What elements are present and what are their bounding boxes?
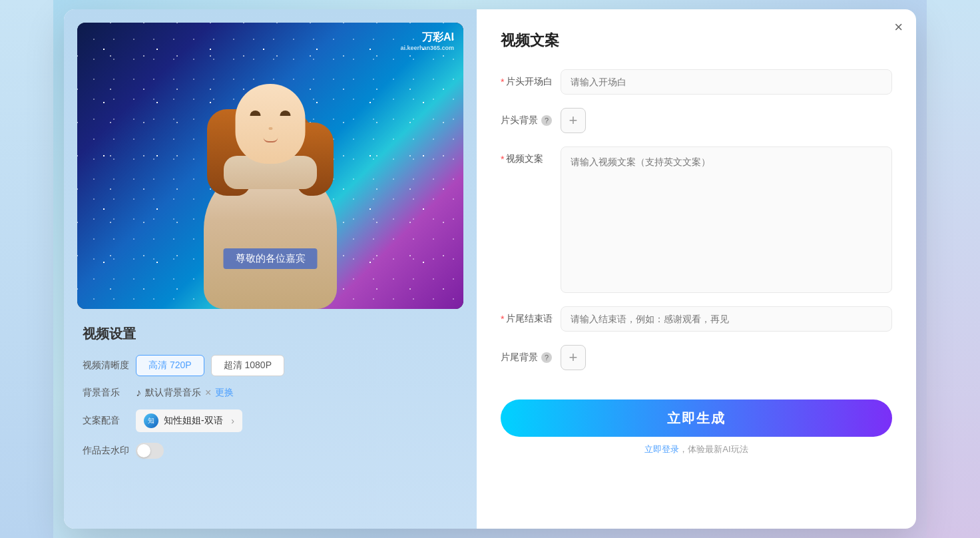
header-bg-row: 片头背景 ? + — [501, 108, 892, 133]
music-name: 默认背景音乐 — [145, 387, 201, 399]
generate-button[interactable]: 立即生成 — [501, 400, 892, 437]
login-link[interactable]: 立即登录 — [644, 444, 679, 454]
copy-label-text: 视频文案 — [506, 153, 543, 165]
watermark-toggle[interactable] — [136, 443, 164, 459]
closing-label-text: 片尾结束语 — [506, 313, 553, 325]
panel-title: 视频文案 — [501, 31, 892, 51]
right-panel: × 视频文案 * 片头开场白 片头背景 ? + — [477, 9, 916, 529]
quality-label: 视频清晰度 — [83, 360, 136, 372]
video-background: 万彩AI ai.keerhan365.com — [77, 23, 463, 309]
watermark-row: 作品去水印 — [83, 443, 458, 459]
music-info: ♪ 默认背景音乐 × 更换 — [136, 387, 234, 399]
footer-bg-row: 片尾背景 ? + — [501, 345, 892, 370]
watermark: 万彩AI ai.keerhan365.com — [400, 31, 454, 51]
footer-bg-label-text: 片尾背景 — [501, 352, 538, 364]
footer-bg-help-icon[interactable]: ? — [541, 352, 552, 363]
music-label: 背景音乐 — [83, 387, 136, 399]
voice-row: 文案配音 知 知性姐姐-双语 › — [83, 409, 458, 432]
closing-label: * 片尾结束语 — [501, 306, 561, 325]
watermark-brand: 万彩AI — [422, 31, 454, 45]
close-button[interactable]: × — [894, 20, 903, 35]
voice-label: 文案配音 — [83, 415, 136, 427]
header-bg-label: 片头背景 ? — [501, 108, 561, 127]
opening-label-text: 片头开场白 — [506, 76, 553, 88]
closing-row: * 片尾结束语 — [501, 306, 892, 332]
watermark-url: ai.keerhan365.com — [400, 45, 454, 51]
opening-required-star: * — [501, 77, 504, 87]
opening-label: * 片头开场白 — [501, 69, 561, 88]
closing-required-star: * — [501, 314, 504, 324]
copy-required-star: * — [501, 154, 504, 164]
quality-720p-button[interactable]: 高清 720P — [136, 355, 204, 376]
music-note-icon: ♪ — [136, 387, 141, 399]
voice-name: 知性姐姐-双语 — [164, 415, 223, 427]
voice-avatar: 知 — [144, 413, 158, 428]
copy-row: * 视频文案 — [501, 146, 892, 293]
music-row: 背景音乐 ♪ 默认背景音乐 × 更换 — [83, 387, 458, 399]
video-preview: 万彩AI ai.keerhan365.com — [77, 23, 463, 309]
opening-row: * 片头开场白 — [501, 69, 892, 95]
quality-1080p-button[interactable]: 超清 1080P — [211, 355, 284, 376]
header-bg-help-icon[interactable]: ? — [541, 115, 552, 126]
quality-row: 视频清晰度 高清 720P 超清 1080P — [83, 355, 458, 376]
footer-bg-add-button[interactable]: + — [561, 345, 586, 370]
login-hint: 立即登录，体验最新AI玩法 — [501, 443, 892, 455]
music-remove-icon[interactable]: × — [205, 387, 211, 399]
main-modal: 万彩AI ai.keerhan365.com — [64, 9, 916, 529]
login-hint-post: ，体验最新AI玩法 — [679, 444, 748, 454]
voice-arrow-icon: › — [231, 415, 234, 426]
closing-input[interactable] — [561, 306, 892, 332]
opening-input[interactable] — [561, 69, 892, 95]
header-bg-add-button[interactable]: + — [561, 108, 586, 133]
voice-selector[interactable]: 知 知性姐姐-双语 › — [136, 409, 242, 432]
copy-label: * 视频文案 — [501, 146, 561, 165]
header-bg-label-text: 片头背景 — [501, 115, 538, 127]
left-panel: 万彩AI ai.keerhan365.com — [64, 9, 477, 529]
video-settings: 视频设置 视频清晰度 高清 720P 超清 1080P 背景音乐 ♪ 默认背景音… — [77, 309, 463, 469]
settings-title: 视频设置 — [83, 325, 458, 343]
music-change-button[interactable]: 更换 — [215, 387, 234, 399]
video-subtitle: 尊敬的各位嘉宾 — [224, 248, 318, 269]
footer-bg-label: 片尾背景 ? — [501, 345, 561, 364]
copy-textarea[interactable] — [561, 146, 892, 293]
watermark-label: 作品去水印 — [83, 445, 136, 457]
